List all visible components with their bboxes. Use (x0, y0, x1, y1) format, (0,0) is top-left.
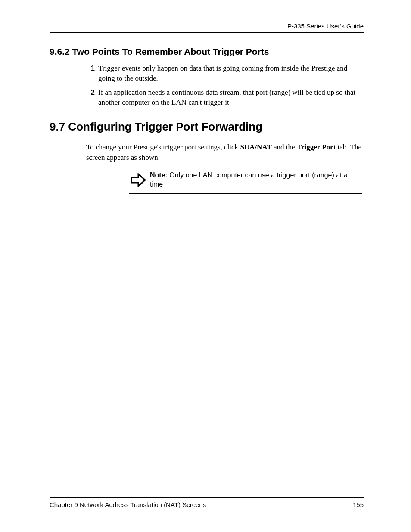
heading-9-7: 9.7 Configuring Trigger Port Forwarding (50, 120, 364, 134)
heading-9-6-2: 9.6.2 Two Points To Remember About Trigg… (50, 47, 364, 57)
list-item: 1 Trigger events only happen on data tha… (86, 64, 364, 84)
footer: Chapter 9 Network Address Translation (N… (50, 501, 364, 508)
list-text: Trigger events only happen on data that … (98, 64, 364, 84)
list-number: 1 (86, 64, 98, 84)
header-rule (50, 32, 364, 33)
note-text: Note: Only one LAN computer can use a tr… (147, 171, 362, 189)
list-text: If an application needs a continuous dat… (98, 88, 364, 108)
running-header: P-335 Series User's Guide (50, 22, 364, 30)
footer-rule (50, 497, 364, 498)
bold-sua-nat: SUA/NAT (240, 143, 271, 151)
page: P-335 Series User's Guide 9.6.2 Two Poin… (0, 0, 411, 532)
para-text: and the (272, 143, 297, 151)
footer-chapter: Chapter 9 Network Address Translation (N… (50, 501, 206, 508)
arrow-right-icon (129, 173, 147, 187)
para-text: To change your Prestige's trigger port s… (86, 143, 240, 151)
note-body: Only one LAN computer can use a trigger … (150, 171, 348, 188)
note-box: Note: Only one LAN computer can use a tr… (129, 168, 362, 194)
list-number: 2 (86, 88, 98, 108)
numbered-list: 1 Trigger events only happen on data tha… (86, 64, 364, 112)
footer-page-number: 155 (353, 501, 364, 508)
list-item: 2 If an application needs a continuous d… (86, 88, 364, 108)
note-label: Note: (150, 171, 168, 179)
bold-trigger-port: Trigger Port (297, 143, 336, 151)
intro-paragraph: To change your Prestige's trigger port s… (86, 142, 364, 163)
